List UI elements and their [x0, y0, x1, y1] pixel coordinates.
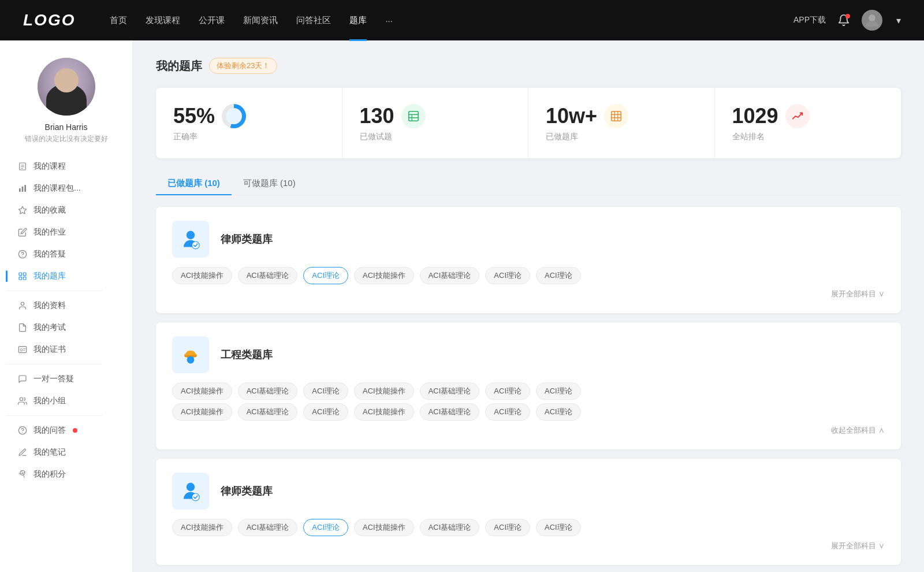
tag-1-4[interactable]: ACI基础理论: [420, 382, 480, 400]
user-icon: [17, 300, 28, 311]
qbank-list: 律师类题库 ACI技能操作ACI基础理论ACI理论ACI技能操作ACI基础理论A…: [156, 207, 901, 565]
grid-icon: [17, 271, 28, 281]
trial-badge: 体验剩余23天！: [209, 58, 277, 74]
nav-item-题库[interactable]: 题库: [349, 13, 367, 28]
tag-1-r2-1[interactable]: ACI基础理论: [238, 403, 298, 421]
qbank-icon-0: [172, 221, 209, 258]
nav-item-首页[interactable]: 首页: [110, 13, 127, 28]
tag-0-0[interactable]: ACI技能操作: [172, 267, 232, 284]
tag-1-0[interactable]: ACI技能操作: [172, 382, 232, 400]
tag-1-r2-4[interactable]: ACI基础理论: [420, 403, 480, 421]
stat-label-2: 已做题库: [546, 132, 578, 142]
nav-item-发现课程[interactable]: 发现课程: [146, 13, 180, 28]
sidebar-item-tutoring[interactable]: 一对一答疑: [6, 368, 126, 390]
tag-2-3[interactable]: ACI技能操作: [354, 519, 414, 536]
qbank-icon-2: [172, 473, 209, 510]
sidebar-item-qbank[interactable]: 我的题库: [6, 265, 126, 287]
tag-2-1[interactable]: ACI基础理论: [238, 519, 298, 536]
tag-0-5[interactable]: ACI理论: [485, 267, 530, 284]
cert-icon: [17, 344, 28, 355]
tab-0[interactable]: 已做题库 (10): [156, 172, 232, 195]
tab-1[interactable]: 可做题库 (10): [232, 172, 307, 195]
tags-row-1-1: ACI技能操作ACI基础理论ACI理论ACI技能操作ACI基础理论ACI理论AC…: [172, 403, 885, 421]
sidebar-item-homework[interactable]: 我的作业: [6, 221, 126, 243]
sidebar-label-tutoring: 一对一答疑: [33, 374, 74, 384]
tags-row-0-1: ACI技能操作ACI基础理论ACI理论ACI技能操作ACI基础理论ACI理论AC…: [172, 382, 885, 400]
tag-2-4[interactable]: ACI基础理论: [420, 519, 480, 536]
expand-btn-1[interactable]: 收起全部科目 ∧: [172, 425, 885, 436]
tag-1-r2-3[interactable]: ACI技能操作: [354, 403, 414, 421]
tag-1-r2-0[interactable]: ACI技能操作: [172, 403, 232, 421]
svg-rect-28: [612, 112, 621, 121]
svg-point-22: [22, 432, 23, 433]
svg-point-39: [192, 493, 199, 501]
stat-label-3: 全站排名: [732, 132, 765, 142]
sidebar-label-favorites: 我的收藏: [33, 205, 66, 216]
tag-1-5[interactable]: ACI理论: [485, 382, 530, 400]
qbank-title-0: 律师类题库: [221, 232, 273, 246]
sidebar-menu: 我的课程我的课程包...我的收藏我的作业我的答疑我的题库我的资料我的考试我的证书…: [0, 155, 132, 485]
topnav-right: APP下载 ▾: [793, 10, 901, 31]
sidebar-label-group: 我的小组: [33, 396, 66, 406]
sidebar-item-notes[interactable]: 我的笔记: [6, 441, 126, 463]
sidebar-item-group[interactable]: 我的小组: [6, 390, 126, 412]
edit-icon: [17, 227, 28, 237]
expand-btn-0[interactable]: 展开全部科目 ∨: [172, 289, 885, 299]
tag-2-0[interactable]: ACI技能操作: [172, 519, 232, 536]
nav-item-新闻资讯[interactable]: 新闻资讯: [243, 13, 278, 28]
qbank-card-1: 工程类题库 ACI技能操作ACI基础理论ACI理论ACI技能操作ACI基础理论A…: [156, 322, 901, 450]
svg-point-0: [869, 14, 875, 21]
tag-1-r2-5[interactable]: ACI理论: [485, 403, 530, 421]
tag-1-6[interactable]: ACI理论: [536, 382, 581, 400]
stat-icon-table-green: [401, 104, 426, 128]
svg-point-17: [20, 349, 23, 351]
svg-rect-12: [23, 273, 26, 276]
user-avatar[interactable]: [862, 10, 882, 31]
user-dropdown-arrow[interactable]: ▾: [896, 15, 901, 26]
expand-btn-2[interactable]: 展开全部科目 ∨: [172, 541, 885, 551]
sidebar-label-cert: 我的证书: [33, 344, 66, 355]
tag-1-1[interactable]: ACI基础理论: [238, 382, 298, 400]
stat-icon-pie: [222, 104, 246, 128]
sidebar-item-qa[interactable]: 我的答疑: [6, 243, 126, 265]
main-layout: Brian Harris 错误的决定比没有决定要好 我的课程我的课程包...我的…: [0, 40, 924, 572]
sidebar-item-course[interactable]: 我的课程: [6, 155, 126, 177]
sidebar-item-myqa[interactable]: 我的问答: [6, 419, 126, 441]
points-icon: [17, 469, 28, 480]
tags-row-0-2: ACI技能操作ACI基础理论ACI理论ACI技能操作ACI基础理论ACI理论AC…: [172, 519, 885, 536]
tag-0-6[interactable]: ACI理论: [536, 267, 581, 284]
tag-1-r2-6[interactable]: ACI理论: [536, 403, 581, 421]
star-icon: [17, 205, 28, 216]
sidebar-item-cert[interactable]: 我的证书: [6, 339, 126, 361]
nav-item-问答社区[interactable]: 问答社区: [296, 13, 331, 28]
logo[interactable]: LOGO: [23, 11, 75, 29]
tag-0-2[interactable]: ACI理论: [303, 267, 348, 284]
tag-1-2[interactable]: ACI理论: [303, 382, 348, 400]
sidebar-item-favorites[interactable]: 我的收藏: [6, 199, 126, 221]
notification-bell[interactable]: [837, 14, 850, 27]
tag-2-2[interactable]: ACI理论: [303, 519, 348, 536]
tag-2-6[interactable]: ACI理论: [536, 519, 581, 536]
tag-2-5[interactable]: ACI理论: [485, 519, 530, 536]
stat-item-0: 55% 正确率: [156, 88, 342, 158]
sidebar-item-course-pkg[interactable]: 我的课程包...: [6, 177, 126, 199]
sidebar-item-points[interactable]: 我的积分: [6, 463, 126, 485]
tag-0-1[interactable]: ACI基础理论: [238, 267, 298, 284]
sidebar-label-qbank: 我的题库: [33, 271, 66, 281]
chart-icon: [17, 183, 28, 194]
stat-number-1: 130: [360, 104, 394, 128]
tag-0-3[interactable]: ACI技能操作: [354, 267, 414, 284]
question-icon: [17, 249, 28, 259]
qbank-header-2: 律师类题库: [172, 473, 885, 510]
tag-0-4[interactable]: ACI基础理论: [420, 267, 480, 284]
sidebar-item-profile[interactable]: 我的资料: [6, 295, 126, 317]
profile-name: Brian Harris: [45, 122, 88, 132]
stat-item-2: 10w+ 已做题库: [528, 88, 715, 158]
sidebar-item-exam[interactable]: 我的考试: [6, 317, 126, 339]
tag-1-3[interactable]: ACI技能操作: [354, 382, 414, 400]
nav-item-公开课[interactable]: 公开课: [199, 13, 225, 28]
stat-number-3: 1029: [732, 104, 778, 128]
nav-item-···[interactable]: ···: [385, 13, 393, 28]
app-download-link[interactable]: APP下载: [793, 15, 826, 25]
tag-1-r2-2[interactable]: ACI理论: [303, 403, 348, 421]
